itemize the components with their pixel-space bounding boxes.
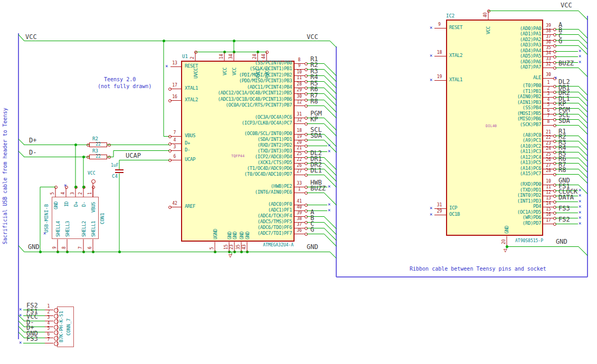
net-label-gnd[interactable]: GND (28, 244, 40, 250)
r3-ref[interactable]: R3 (92, 149, 98, 154)
pin-line (543, 224, 554, 224)
pin-number: 24 (253, 54, 257, 59)
pin-name: (AD1)PA1 (435, 32, 541, 36)
pin-name: (ICP2/ADC8)PD4 (186, 155, 292, 159)
wire (307, 140, 324, 140)
wire (40, 187, 55, 187)
pin-number: 14 (544, 202, 553, 206)
teensy-note-subtitle: (not fully drawn) (98, 84, 151, 89)
pin-name: (T0)PB0 (435, 83, 541, 88)
ground-icon: ▽ (229, 253, 232, 258)
bus-entry (18, 321, 25, 327)
pin-end-circle (168, 206, 172, 209)
no-connect-icon: ✕ (328, 143, 330, 148)
net-label[interactable]: KP (310, 116, 318, 122)
pin-line (234, 52, 234, 61)
net-label-vcc[interactable]: VCC (25, 34, 37, 40)
conn7-pin-circle (54, 341, 59, 346)
pin-line (267, 52, 267, 61)
pin-number: 12 (295, 100, 304, 104)
bus-entry (324, 75, 337, 88)
pin-name: (RXD/INT2)PD2 (186, 143, 292, 148)
conn7-pin-circle (54, 308, 59, 313)
c4-ref[interactable]: C4 (112, 174, 118, 179)
wire (83, 157, 84, 187)
pin-number: 37 (295, 223, 304, 227)
pin-number: 3 (169, 145, 180, 149)
net-label-vcc[interactable]: VCC (307, 34, 318, 40)
pin-name: (RXD)PD0 (435, 182, 541, 187)
pin-number: 35 (236, 244, 241, 250)
pin-line (295, 193, 305, 193)
c4-value: 1uF (111, 164, 118, 168)
pin-number: 7 (45, 338, 52, 342)
pin-number: 24 (544, 147, 553, 151)
no-connect-icon: ✕ (430, 25, 432, 30)
net-label-gnd[interactable]: GND (307, 244, 318, 250)
conn7-value[interactable]: B7K-PH-K-S1 (59, 311, 64, 342)
pin-line (543, 78, 554, 79)
net-label[interactable]: BUZZ (310, 185, 326, 191)
vcc-power-label: VCC (88, 171, 95, 176)
pin-name: (HWB)PE2 (186, 184, 292, 189)
pin-end-circle (168, 88, 172, 91)
con1-value[interactable]: USB-MINI-B (44, 204, 49, 233)
net-label[interactable]: FS3 (26, 336, 38, 342)
net-label[interactable]: DL1 (310, 167, 322, 174)
pin-name: SHELL4 (56, 221, 61, 237)
bus-entry (579, 92, 588, 101)
bus-entry (579, 158, 588, 167)
ic2-ref[interactable]: IC2 (446, 14, 454, 18)
pin-name: VBUS (91, 202, 96, 213)
gnd-rail (24, 252, 330, 252)
pin-name: (OC1A)PD5 (435, 210, 541, 215)
junction-dot (74, 186, 77, 188)
pin-number: 37 (544, 35, 553, 39)
no-connect-icon: ✕ (328, 202, 330, 207)
no-connect-icon: ✕ (579, 188, 581, 193)
net-label[interactable]: BUZZ (558, 60, 574, 66)
pin-line (234, 242, 235, 252)
net-label[interactable]: G (310, 226, 314, 233)
pin-number: 40 (295, 205, 304, 209)
wire (488, 11, 579, 11)
no-connect-icon: ✕ (328, 184, 330, 189)
wire (307, 228, 324, 228)
u1-ref[interactable]: U1 (182, 54, 188, 59)
r2-ref[interactable]: R2 (92, 137, 98, 141)
net-label[interactable]: G (558, 38, 562, 44)
pin-number: 11 (544, 185, 553, 189)
net-label[interactable]: R8 (310, 98, 318, 104)
net-label[interactable]: FS2 (558, 216, 570, 223)
net-label-vcc[interactable]: VCC (561, 2, 572, 8)
wire (113, 150, 169, 151)
con1-ref[interactable]: CON1 (100, 213, 105, 224)
pin-number: 3 (544, 92, 553, 96)
net-label[interactable]: R8 (558, 167, 566, 173)
pin-number: 6 (169, 155, 180, 159)
pin-name: (XCK1/CTS)PD5 (186, 160, 292, 165)
net-label-gnd[interactable]: GND (556, 238, 567, 245)
conn7-ref[interactable]: CONN_7 (67, 318, 71, 336)
net-label-dplus[interactable]: D+ (29, 137, 36, 143)
net-label-dminus[interactable]: D- (29, 149, 36, 156)
pin-name: (SCLK/PCINT1)PB1 (186, 66, 292, 71)
no-connect-icon: ✕ (430, 53, 432, 58)
no-connect-icon: ✕ (430, 206, 432, 210)
net-label[interactable]: SDA (558, 118, 570, 124)
net-label[interactable]: DATA (558, 194, 574, 200)
wire (555, 125, 579, 126)
net-label-ucap[interactable]: UCAP (126, 152, 141, 159)
pin-name: (ADC4/TCK)PF4 (186, 214, 292, 218)
pin-number: 27 (295, 169, 304, 174)
conn7-pin-circle (54, 330, 59, 335)
pin-number: 31 (295, 112, 304, 117)
wire (555, 174, 579, 175)
net-label[interactable]: SDA (310, 132, 322, 139)
pin-number: 28 (544, 169, 553, 173)
pin-number: 8 (544, 120, 553, 124)
pin-number: 4 (45, 321, 52, 325)
net-label[interactable]: FS3 (558, 205, 570, 212)
wire (307, 222, 324, 223)
pin-number: 41 (295, 199, 304, 204)
